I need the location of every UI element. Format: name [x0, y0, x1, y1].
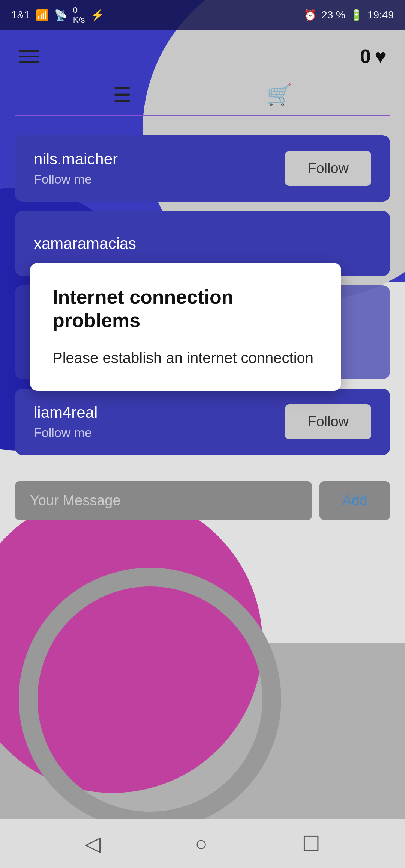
hamburger-line-3	[19, 61, 39, 63]
message-bar: Add	[0, 474, 405, 527]
heart-icon[interactable]: ♥	[375, 45, 386, 68]
hamburger-line-1	[19, 50, 39, 52]
signal-icon: 📶	[36, 9, 49, 21]
toolbar: ☰ 🛒	[15, 75, 390, 116]
username-liam: liam4real	[34, 404, 98, 422]
dialog-message: Please establish an internet connection	[52, 347, 319, 368]
username-1: nils.maicher	[34, 150, 118, 168]
header-right: 0 ♥	[360, 45, 386, 68]
status-right: ⏰ 23 % 🔋 19:49	[304, 9, 394, 21]
bottom-nav: ◁ ○ ☐	[0, 819, 405, 868]
header: 0 ♥	[0, 30, 405, 75]
carrier-label: 1&1	[11, 9, 30, 21]
dialog-box: Internet connection problems Please esta…	[30, 263, 341, 391]
bg-circle-outline	[19, 568, 281, 830]
follow-button-1[interactable]: Follow	[285, 151, 371, 186]
user-card-liam: liam4real Follow me Follow	[15, 389, 390, 455]
time-label: 19:49	[368, 9, 394, 21]
usb-icon: ⚡	[91, 9, 104, 21]
wifi-icon: 📡	[54, 9, 68, 21]
username-2: xamaramacias	[34, 235, 136, 253]
user-info-2: xamaramacias	[34, 235, 136, 253]
list-icon[interactable]: ☰	[113, 83, 131, 107]
hamburger-menu[interactable]	[19, 50, 39, 63]
add-button[interactable]: Add	[320, 481, 390, 520]
status-left: 1&1 📶 📡 0K/s ⚡	[11, 5, 104, 25]
battery-percent: 23 %	[321, 9, 345, 21]
alarm-icon: ⏰	[304, 9, 317, 21]
user-info-1: nils.maicher Follow me	[34, 150, 118, 187]
cart-icon[interactable]: 🛒	[267, 83, 292, 107]
tagline-1: Follow me	[34, 172, 118, 187]
message-input[interactable]	[15, 481, 312, 520]
back-button[interactable]: ◁	[85, 832, 100, 856]
likes-count: 0	[360, 45, 371, 68]
battery-icon: 🔋	[350, 9, 363, 21]
tagline-liam: Follow me	[34, 425, 98, 440]
user-card-1: nils.maicher Follow me Follow	[15, 135, 390, 202]
status-bar: 1&1 📶 📡 0K/s ⚡ ⏰ 23 % 🔋 19:49	[0, 0, 405, 30]
hamburger-line-2	[19, 56, 39, 57]
recent-button[interactable]: ☐	[302, 832, 320, 856]
home-button[interactable]: ○	[195, 832, 207, 856]
data-speed: 0K/s	[73, 5, 85, 25]
user-info-liam: liam4real Follow me	[34, 404, 98, 440]
dialog-title: Internet connection problems	[52, 285, 319, 332]
follow-button-liam[interactable]: Follow	[285, 404, 371, 439]
